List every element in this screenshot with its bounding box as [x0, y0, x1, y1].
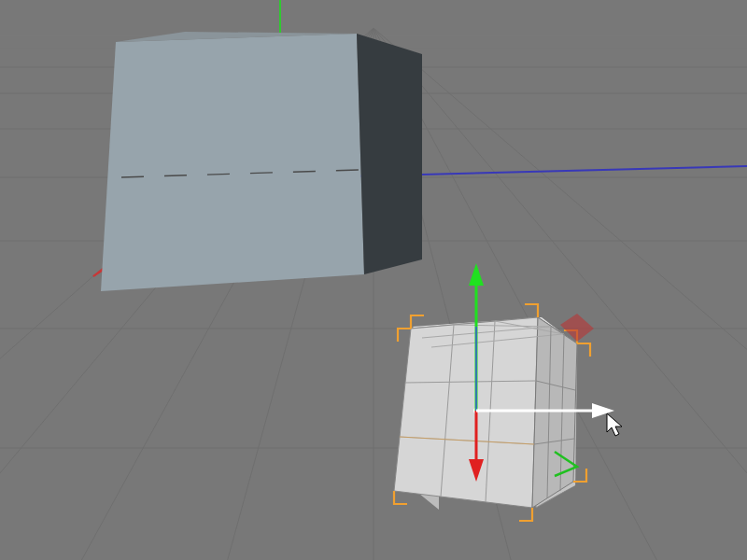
svg-marker-31 — [532, 317, 577, 508]
svg-marker-54 — [607, 413, 622, 436]
svg-marker-52 — [592, 403, 614, 418]
viewport-3d[interactable] — [0, 0, 747, 560]
svg-marker-30 — [394, 317, 538, 508]
svg-marker-22 — [357, 34, 422, 274]
object-big-cube[interactable] — [101, 32, 422, 291]
svg-marker-47 — [469, 263, 484, 286]
svg-marker-21 — [101, 34, 364, 291]
object-small-cube-faces[interactable] — [394, 317, 577, 508]
mouse-cursor-icon — [607, 413, 622, 436]
